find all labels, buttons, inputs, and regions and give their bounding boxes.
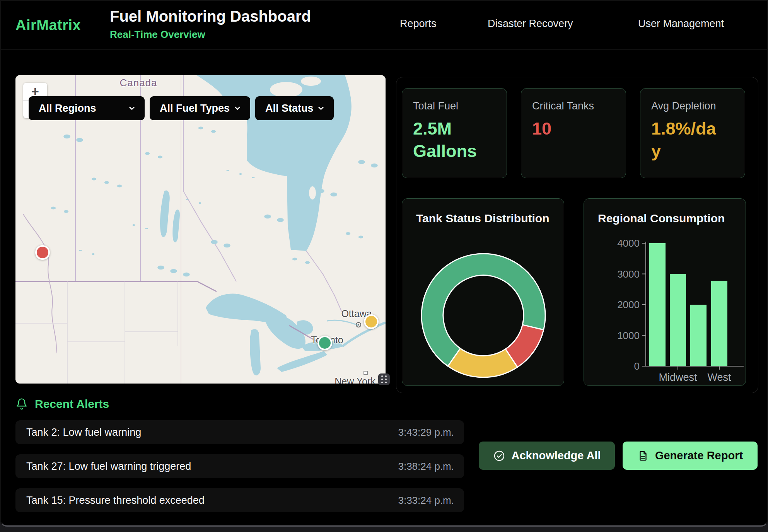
tank-status-doughnut-chart	[402, 199, 565, 386]
acknowledge-all-button[interactable]: Acknowledge All	[479, 442, 615, 470]
status-filter-select[interactable]: All Status	[255, 96, 334, 120]
stat-card-critical-tanks: Critical Tanks 10	[521, 88, 626, 178]
map-label-newyork: New York	[335, 376, 375, 384]
alert-row: Tank 2: Low fuel warning 3:43:29 p.m.	[15, 420, 464, 444]
generate-report-label: Generate Report	[655, 449, 743, 462]
alert-row: Tank 27: Low fuel warning triggered 3:38…	[15, 454, 464, 478]
tank-status-chart-card: Tank Status Distribution	[402, 198, 564, 386]
regional-consumption-bar-chart: 40003000200010000MidwestWest	[584, 199, 746, 386]
stat-value: 2.5M Gallons	[413, 118, 480, 162]
stat-label: Total Fuel	[413, 100, 496, 112]
alert-message: Tank 27: Low fuel warning triggered	[26, 460, 191, 472]
resize-handle-icon[interactable]	[378, 373, 390, 385]
page-title: Fuel Monitoring Dashboard	[110, 8, 311, 25]
chevron-down-icon	[233, 104, 242, 113]
alerts-header: Recent Alerts	[15, 397, 109, 411]
svg-text:1000: 1000	[617, 330, 640, 341]
app-window: AirMatrix Fuel Monitoring Dashboard Real…	[0, 0, 768, 527]
stat-card-total-fuel: Total Fuel 2.5M Gallons	[402, 88, 507, 178]
stat-label: Critical Tanks	[532, 100, 615, 112]
tank-marker[interactable]	[35, 245, 50, 260]
overview-panel: Total Fuel 2.5M Gallons Critical Tanks 1…	[396, 77, 758, 393]
alert-message: Tank 2: Low fuel warning	[26, 426, 141, 438]
regional-consumption-chart-card: Regional Consumption 40003000200010000Mi…	[584, 198, 746, 386]
bell-icon	[15, 398, 28, 410]
chevron-down-icon	[128, 104, 136, 113]
region-filter-value: All Regions	[39, 102, 96, 114]
generate-report-button[interactable]: Generate Report	[623, 442, 758, 470]
svg-text:Midwest: Midwest	[659, 372, 697, 383]
alert-time: 3:33:24 p.m.	[398, 494, 454, 506]
stat-card-avg-depletion: Avg Depletion 1.8%/day	[640, 88, 745, 178]
chart-title: Tank Status Distribution	[416, 212, 549, 225]
fuel-type-filter-select[interactable]: All Fuel Types	[150, 96, 250, 120]
tank-marker[interactable]	[364, 314, 379, 329]
tank-marker[interactable]	[317, 336, 332, 350]
chevron-down-icon	[317, 104, 325, 113]
svg-text:West: West	[707, 372, 731, 383]
stat-value: 10	[532, 118, 599, 140]
map[interactable]: Canada Ottawa Toronto New York + All Reg…	[15, 75, 386, 384]
region-filter-select[interactable]: All Regions	[29, 96, 145, 120]
acknowledge-all-label: Acknowledge All	[512, 449, 601, 462]
alert-time: 3:38:24 p.m.	[398, 460, 454, 472]
fuel-type-filter-value: All Fuel Types	[160, 102, 230, 114]
page-subtitle: Real-Time Overview	[110, 29, 205, 41]
nav-disaster-recovery[interactable]: Disaster Recovery	[488, 18, 573, 30]
chart-title: Regional Consumption	[598, 212, 725, 225]
logo: AirMatrix	[15, 17, 81, 34]
svg-text:4000: 4000	[617, 237, 640, 249]
stat-value: 1.8%/day	[651, 118, 718, 162]
svg-text:0: 0	[634, 360, 640, 372]
stat-label: Avg Depletion	[651, 100, 734, 112]
alerts-title: Recent Alerts	[35, 397, 109, 411]
nav-reports[interactable]: Reports	[400, 18, 437, 30]
svg-text:3000: 3000	[617, 268, 640, 280]
svg-text:2000: 2000	[617, 299, 640, 310]
alert-row: Tank 15: Pressure threshold exceeded 3:3…	[15, 488, 464, 512]
map-filters: All Regions All Fuel Types All Status	[29, 96, 334, 120]
nav-user-management[interactable]: User Management	[638, 18, 724, 30]
status-filter-value: All Status	[265, 102, 314, 114]
map-label-canada: Canada	[119, 77, 157, 89]
alert-message: Tank 15: Pressure threshold exceeded	[26, 494, 205, 506]
alert-time: 3:43:29 p.m.	[398, 426, 454, 438]
header: AirMatrix Fuel Monitoring Dashboard Real…	[1, 1, 767, 49]
check-circle-icon	[493, 450, 505, 462]
report-document-icon	[637, 450, 649, 462]
